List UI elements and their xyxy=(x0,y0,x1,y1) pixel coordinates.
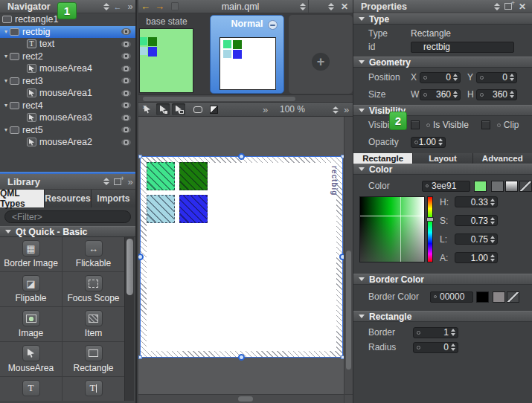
current-color-swatch[interactable] xyxy=(474,181,487,192)
back-arrow-icon[interactable]: ← xyxy=(112,1,124,12)
eye-icon[interactable] xyxy=(121,41,131,48)
combo-arrows-icon[interactable] xyxy=(298,1,308,12)
panel-select-icon[interactable] xyxy=(101,176,112,187)
scrollbar-thumb[interactable] xyxy=(126,239,133,295)
expander-icon[interactable]: ▾ xyxy=(2,53,10,59)
section-type[interactable]: Type xyxy=(353,13,532,25)
zoom-chevron-icon[interactable]: » xyxy=(260,104,269,115)
solid-color-button[interactable] xyxy=(493,291,505,303)
eye-icon[interactable] xyxy=(121,90,131,97)
height-spinbox[interactable]: 360 xyxy=(476,89,517,100)
toolbar-overflow-icon[interactable]: » xyxy=(341,104,350,115)
select-group-tool-icon[interactable] xyxy=(172,103,185,115)
saturation-lightness-picker[interactable] xyxy=(359,196,425,262)
spinner-arrows-icon[interactable] xyxy=(453,74,458,81)
tab-layout[interactable]: Layout xyxy=(413,153,472,164)
select-item-tool-icon[interactable] xyxy=(156,103,170,115)
spinner-arrows-icon[interactable] xyxy=(451,344,455,351)
secondary-combo[interactable] xyxy=(308,0,336,13)
navigator-item-rect5[interactable]: ▾ rect5 xyxy=(0,124,135,137)
navigator-item-rect3[interactable]: ▾ rect3 xyxy=(0,75,135,88)
eye-icon[interactable] xyxy=(121,126,131,133)
radius-spinbox[interactable]: 0 xyxy=(413,342,458,353)
navigator-item-text[interactable]: T text xyxy=(0,38,135,51)
h-spinbox[interactable]: 0.33 xyxy=(455,196,498,207)
color-hex-input[interactable]: 3ee91 xyxy=(422,181,470,192)
library-item-item[interactable]: Item xyxy=(63,307,125,342)
library-item-rectangle[interactable]: Rectangle xyxy=(63,342,125,377)
hue-slider-handle[interactable] xyxy=(426,217,434,222)
combo-arrows-icon[interactable] xyxy=(326,1,336,12)
canvas-horizontal-scrollbar[interactable] xyxy=(138,394,344,403)
open-file-combo[interactable]: main.qml xyxy=(183,1,308,12)
a-spinbox[interactable]: 1.00 xyxy=(455,252,498,263)
section-geometry[interactable]: Geometry xyxy=(353,57,532,68)
navigator-item-rect4[interactable]: ▾ rect4 xyxy=(0,100,135,112)
detach-panel-icon[interactable] xyxy=(112,176,124,187)
is-visible-checkbox[interactable] xyxy=(411,120,420,129)
resize-handle-bottom[interactable] xyxy=(238,354,245,361)
navigator-item-mousearea3[interactable]: mouseArea3 xyxy=(0,112,135,124)
nav-forward-icon[interactable]: → xyxy=(153,1,167,12)
eye-icon[interactable] xyxy=(121,28,131,35)
border-width-spinbox[interactable]: 1 xyxy=(413,327,458,338)
eye-icon[interactable] xyxy=(121,65,131,72)
expander-icon[interactable]: ▾ xyxy=(2,126,10,133)
current-border-color-swatch[interactable] xyxy=(476,291,489,303)
add-state-icon[interactable]: + xyxy=(312,53,330,71)
resize-handle-top-left[interactable] xyxy=(138,155,142,158)
border-color-hex-input[interactable]: 00000 xyxy=(430,291,473,303)
canvas-square-darkgreen[interactable] xyxy=(179,162,208,190)
hue-slider[interactable] xyxy=(427,196,433,262)
s-spinbox[interactable]: 0.73 xyxy=(455,215,498,226)
library-filter-input[interactable] xyxy=(4,210,131,223)
spinner-arrows-icon[interactable] xyxy=(453,91,458,98)
library-item-text-edit[interactable]: T xyxy=(63,377,125,401)
snapping-icon[interactable] xyxy=(207,103,220,115)
nav-back-icon[interactable]: ← xyxy=(138,1,153,12)
library-item-focus-scope[interactable]: Focus Scope xyxy=(63,272,125,307)
tab-qml-types[interactable]: QML Types xyxy=(0,190,45,207)
show-bounding-rects-icon[interactable] xyxy=(191,103,205,115)
panel-select-icon[interactable] xyxy=(492,1,502,12)
tab-resources[interactable]: Resources xyxy=(45,190,91,207)
spinner-arrows-icon[interactable] xyxy=(438,138,443,146)
resize-handle-top[interactable] xyxy=(238,153,245,160)
spinner-arrows-icon[interactable] xyxy=(490,217,495,225)
spinner-arrows-icon[interactable] xyxy=(510,74,514,81)
overflow-chevron-icon[interactable]: » xyxy=(124,1,135,12)
library-section-header[interactable]: Qt Quick - Basic xyxy=(0,226,135,237)
resize-handle-left[interactable] xyxy=(138,254,144,260)
add-state-tile[interactable]: + xyxy=(289,15,353,94)
solid-color-button[interactable] xyxy=(491,181,504,192)
navigator-item-mousearea2[interactable]: mouseArea2 xyxy=(0,136,135,149)
tab-imports[interactable]: Imports xyxy=(92,190,135,207)
section-visibility[interactable]: Visibility xyxy=(353,105,532,116)
eye-icon[interactable] xyxy=(121,77,131,84)
section-rectangle[interactable]: Rectangle xyxy=(353,311,532,322)
gradient-button[interactable] xyxy=(505,181,518,192)
states-scrollbar[interactable] xyxy=(138,95,353,103)
canvas-square-blue[interactable] xyxy=(179,195,208,223)
library-item-flipable[interactable]: ◪ Flipable xyxy=(0,272,63,307)
eye-icon[interactable] xyxy=(121,139,131,146)
zoom-combo-icon[interactable] xyxy=(330,106,341,114)
scrollbar-thumb[interactable] xyxy=(346,251,351,370)
transparent-button[interactable] xyxy=(507,291,519,303)
navigator-item-rectbig[interactable]: ▾ rectbig xyxy=(0,26,135,39)
library-scrollbar[interactable] xyxy=(124,237,134,401)
transparent-button[interactable] xyxy=(519,181,532,192)
opacity-spinbox[interactable]: 1.00 xyxy=(411,137,446,148)
close-split-icon[interactable]: ✕ xyxy=(336,1,353,12)
spinner-arrows-icon[interactable] xyxy=(490,254,495,262)
state-normal[interactable]: Normal xyxy=(210,15,284,94)
no-selection-tool-icon[interactable]: ✕ xyxy=(141,103,154,115)
binding-dot-icon[interactable] xyxy=(426,123,430,127)
eye-icon[interactable] xyxy=(121,115,131,121)
detach-panel-icon[interactable] xyxy=(502,1,514,12)
panel-select-icon[interactable] xyxy=(101,1,112,12)
resize-handle-bottom-left[interactable] xyxy=(138,355,142,359)
expander-icon[interactable]: ▾ xyxy=(2,102,10,109)
library-item-image[interactable]: Image xyxy=(0,307,63,342)
id-input[interactable]: rectbig xyxy=(411,42,514,53)
